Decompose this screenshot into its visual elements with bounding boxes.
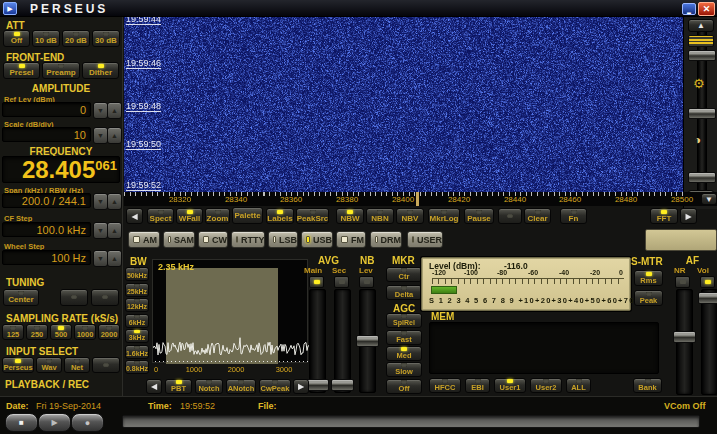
- agc-off-button[interactable]: Off: [386, 379, 422, 394]
- wfall-button[interactable]: WFall: [176, 208, 203, 224]
- strip-handle-3[interactable]: [688, 172, 716, 183]
- wheel-step-value[interactable]: 100 Hz: [2, 250, 91, 265]
- tuning-center-button[interactable]: Center: [3, 289, 39, 306]
- tuning-aux2-button[interactable]: [91, 289, 119, 306]
- af-vol-slider-handle[interactable]: [698, 292, 717, 304]
- avg-main-slider-track[interactable]: [309, 289, 326, 393]
- avg-main-slider-handle[interactable]: [306, 379, 329, 391]
- agc-slow-button[interactable]: Slow: [386, 362, 422, 377]
- passband-spectrum-panel[interactable]: 2.35 kHz: [152, 259, 308, 363]
- demod-lsb-button[interactable]: LSB: [268, 231, 298, 248]
- ref-lev-spin-up[interactable]: ▲: [107, 102, 122, 119]
- pbt-right-arrow[interactable]: ▶: [293, 379, 309, 394]
- pbt-button[interactable]: PBT: [165, 379, 192, 394]
- wheel-step-spin-down[interactable]: ▼: [93, 250, 108, 267]
- demod-cw-button[interactable]: CW: [198, 231, 228, 248]
- toolbar-left-arrow[interactable]: ◀: [126, 208, 143, 224]
- spect-button[interactable]: Spect: [147, 208, 174, 224]
- nbv-button[interactable]: NBV: [396, 208, 424, 224]
- smtr-rms-button[interactable]: Rms: [634, 270, 663, 286]
- rate-1000-button[interactable]: 1000: [74, 324, 96, 340]
- strip-handle-1[interactable]: [688, 50, 716, 61]
- dither-button[interactable]: Dither: [82, 62, 119, 79]
- demod-am-button[interactable]: AM: [128, 231, 160, 248]
- rate-500-button[interactable]: 500: [50, 324, 72, 340]
- mem-all-button[interactable]: ALL: [566, 378, 591, 393]
- pbt-left-arrow[interactable]: ◀: [146, 379, 162, 394]
- scale-value[interactable]: 10: [2, 127, 91, 142]
- att-20db-button[interactable]: 20 dB: [62, 30, 90, 47]
- waterfall-display[interactable]: 19:59:44 19:59:46 19:59:48 19:59:50 19:5…: [124, 17, 683, 192]
- record-button[interactable]: ●: [71, 413, 104, 432]
- mkrlog-button[interactable]: MkrLog: [428, 208, 460, 224]
- scale-down-button[interactable]: ▼: [701, 193, 717, 205]
- zoom-button[interactable]: Zoom: [205, 208, 230, 224]
- wheel-step-spin-up[interactable]: ▲: [107, 250, 122, 267]
- span-spin-down[interactable]: ▼: [93, 193, 108, 210]
- playback-progress-bar[interactable]: [122, 415, 700, 428]
- ref-lev-spin-down[interactable]: ▼: [93, 102, 108, 119]
- af-nr-toggle[interactable]: [675, 276, 690, 288]
- tuning-marker[interactable]: [416, 192, 419, 206]
- peaksrc-button[interactable]: PeakSrc: [296, 208, 329, 224]
- ref-lev-value[interactable]: 0: [2, 102, 91, 117]
- bw-0-8khz-button[interactable]: 0.8kHz: [125, 360, 149, 374]
- cf-step-value[interactable]: 100.0 kHz: [2, 222, 91, 237]
- agc-splrel-button[interactable]: SplRel: [386, 313, 422, 328]
- input-net-button[interactable]: Net: [64, 357, 90, 373]
- nbw-button[interactable]: NBW: [336, 208, 364, 224]
- rate-2000-button[interactable]: 2000: [98, 324, 120, 340]
- notch-button[interactable]: Notch: [195, 379, 223, 394]
- mkr-ctr-button[interactable]: Ctr: [386, 267, 422, 282]
- palette-button[interactable]: Palette: [232, 207, 263, 224]
- att-10db-button[interactable]: 10 dB: [32, 30, 60, 47]
- bw-50khz-button[interactable]: 50kHz: [125, 267, 149, 281]
- mem-user2-button[interactable]: User2: [530, 378, 562, 393]
- demod-fm-button[interactable]: FM: [336, 231, 366, 248]
- input-wav-button[interactable]: Wav: [36, 357, 62, 373]
- pause-button[interactable]: Pause: [464, 208, 494, 224]
- bw-6khz-button[interactable]: 6kHz: [125, 314, 149, 328]
- input-perseus-button[interactable]: Perseus: [2, 357, 34, 373]
- af-vol-toggle[interactable]: [700, 276, 715, 288]
- smtr-peak-button[interactable]: Peak: [634, 290, 663, 306]
- cf-step-spin-up[interactable]: ▲: [107, 222, 122, 239]
- waterfall-canvas[interactable]: [124, 17, 683, 192]
- cf-step-spin-down[interactable]: ▼: [93, 222, 108, 239]
- bw-3khz-button[interactable]: 3kHz: [125, 329, 149, 343]
- anotch-button[interactable]: ANotch: [226, 379, 256, 394]
- toolbar-right-arrow[interactable]: ▶: [680, 208, 697, 224]
- contrast-icon[interactable]: ◑: [694, 133, 701, 147]
- play-button[interactable]: ▶: [38, 413, 71, 432]
- palette-lines-handle[interactable]: [688, 35, 714, 47]
- att-30db-button[interactable]: 30 dB: [92, 30, 120, 47]
- gear-icon[interactable]: ⚙: [693, 76, 705, 91]
- toolbar-aux-button[interactable]: [498, 208, 522, 224]
- tuning-aux1-button[interactable]: [60, 289, 88, 306]
- fft-button[interactable]: FFT: [650, 208, 678, 224]
- cwpeak-button[interactable]: CwPeak: [259, 379, 291, 394]
- agc-med-button[interactable]: Med: [386, 346, 422, 361]
- att-off-button[interactable]: Off: [3, 30, 30, 47]
- demod-user-button[interactable]: USER: [407, 231, 443, 248]
- avg-main-toggle[interactable]: [309, 276, 324, 288]
- strip-up-button[interactable]: ▲: [688, 19, 714, 32]
- agc-fast-button[interactable]: Fast: [386, 330, 422, 345]
- demod-drm-button[interactable]: DRM: [370, 231, 402, 248]
- mem-hfcc-button[interactable]: HFCC: [429, 378, 461, 393]
- fn-button[interactable]: Fn: [560, 208, 587, 224]
- stop-button[interactable]: ■: [5, 413, 38, 432]
- rate-125-button[interactable]: 125: [2, 324, 24, 340]
- strip-handle-2[interactable]: [688, 108, 716, 119]
- mkr-delta-button[interactable]: Delta: [386, 285, 422, 300]
- frequency-scale[interactable]: 28320 28340 28360 28380 28400 28420 2844…: [124, 192, 717, 206]
- bw-25khz-button[interactable]: 25kHz: [125, 283, 149, 297]
- span-spin-up[interactable]: ▲: [107, 193, 122, 210]
- bw-12khz-button[interactable]: 12kHz: [125, 298, 149, 312]
- mem-bank-button[interactable]: Bank: [633, 378, 662, 393]
- nb-lev-toggle[interactable]: [359, 276, 374, 288]
- preamp-button[interactable]: Preamp: [42, 62, 80, 79]
- nbn-button[interactable]: NBN: [366, 208, 394, 224]
- close-button[interactable]: ✕: [698, 2, 715, 16]
- presel-button[interactable]: Presel: [3, 62, 40, 79]
